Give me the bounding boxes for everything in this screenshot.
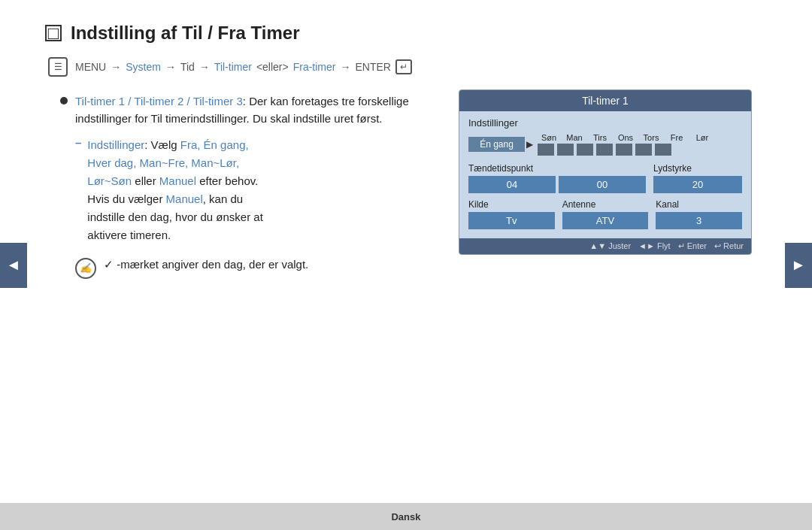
dash-item: – Indstillinger: Vælg Fra, Én gang,Hver …	[75, 136, 436, 244]
bullet-title-text: Til-timer 1 / Til-timer 2 / Til-timer 3:…	[75, 93, 436, 127]
sq-tors[interactable]	[616, 144, 632, 156]
sq-man[interactable]	[557, 144, 574, 156]
kanal-val[interactable]: 3	[656, 212, 742, 229]
day-tirs: Tirs	[589, 133, 611, 142]
bullet-item: Til-timer 1 / Til-timer 2 / Til-timer 3:…	[60, 93, 436, 127]
arrow2: →	[165, 61, 176, 73]
arrow1: →	[111, 61, 121, 73]
system-link[interactable]: System	[126, 61, 161, 73]
day-lor: Lør	[691, 133, 714, 142]
kilde-row: Kilde Tv Antenne ATV Kanal 3	[468, 199, 742, 229]
days-squares	[538, 144, 714, 156]
timer-title: Til-timer 1	[582, 95, 629, 107]
footer-flyt: ◄► Flyt	[638, 241, 671, 251]
day-ons: Ons	[614, 133, 637, 142]
time-hour[interactable]: 04	[468, 176, 556, 193]
kanal-col: Kanal 3	[656, 199, 742, 229]
indstillinger-label-text: Indstillinger	[468, 117, 518, 129]
tid-link: Tid	[180, 61, 195, 73]
fra-timer-link[interactable]: Fra-timer	[293, 61, 336, 73]
eller-text: <eller>	[256, 61, 289, 73]
day-son: Søn	[538, 133, 560, 142]
nav-arrow-right[interactable]: ►	[785, 243, 812, 288]
timer-body: Indstillinger Én gang ▶ Søn Ma	[459, 111, 751, 238]
lydstyrke-val[interactable]: 20	[653, 176, 742, 193]
manuel-option2: Manuel	[166, 192, 203, 205]
enter-label: ENTER	[355, 61, 390, 73]
days-labels: Søn Man Tirs Ons Tors Fre Lør	[538, 133, 714, 142]
content-area: Til-timer 1 / Til-timer 2 / Til-timer 3:…	[60, 93, 767, 279]
day-man: Man	[563, 133, 586, 142]
kilde-col: Kilde Tv	[468, 199, 555, 229]
timer-panel: Til-timer 1 Indstillinger Én gang	[459, 89, 752, 255]
full-days-row: Én gang ▶ Søn Man Tirs Ons Tors Fre Lør	[468, 133, 742, 156]
sub-bullet: – Indstillinger: Vælg Fra, Én gang,Hver …	[75, 136, 436, 244]
time-values: 04 00	[468, 176, 646, 193]
timer-header: Til-timer 1	[459, 90, 751, 111]
page-title: Indstilling af Til / Fra Timer	[71, 23, 300, 44]
bullet-dot	[60, 97, 68, 104]
note-box: ✍ ✓ -mærket angiver den dag, der er valg…	[75, 258, 436, 279]
footer-enter: ↵ Enter	[678, 241, 707, 251]
lydstyrke-col: Lydstyrke 20	[653, 163, 742, 193]
sq-lor[interactable]	[655, 144, 671, 156]
main-content: □ Indstilling af Til / Fra Timer ☰ MENU …	[0, 0, 812, 294]
day-fre: Fre	[665, 133, 688, 142]
sq-fre[interactable]	[635, 144, 652, 156]
left-arrow-icon: ◄	[6, 256, 21, 274]
indstillinger-row: Indstillinger	[468, 117, 742, 129]
menu-label: MENU	[75, 61, 106, 73]
arrow-small: ▶	[526, 139, 533, 150]
menu-icon: ☰	[48, 57, 68, 77]
antenne-val[interactable]: ATV	[562, 212, 649, 229]
note-icon: ✍	[75, 258, 96, 279]
nav-arrow-left[interactable]: ◄	[0, 243, 27, 288]
checkbox-icon: □	[45, 25, 62, 41]
schedule-value: Én gang	[480, 139, 514, 150]
indstillinger-row-label: Indstillinger	[468, 117, 536, 129]
lydstyrke-label: Lydstyrke	[653, 163, 742, 174]
til-timer-link[interactable]: Til-timer	[214, 61, 252, 73]
footer-retur: ↩ Retur	[714, 241, 744, 251]
menu-path: ☰ MENU → System → Tid → Til-timer <eller…	[48, 57, 767, 77]
bottom-bar: Dansk	[0, 503, 812, 530]
indstillinger-label: Indstillinger	[87, 138, 144, 151]
note-text: ✓ -mærket angiver den dag, der er valgt.	[104, 258, 308, 271]
kilde-label: Kilde	[468, 199, 555, 210]
text-section: Til-timer 1 / Til-timer 2 / Til-timer 3:…	[60, 93, 436, 279]
time-min[interactable]: 00	[559, 176, 646, 193]
enter-icon: ↵	[395, 59, 412, 74]
sq-ons[interactable]	[596, 144, 613, 156]
antenne-col: Antenne ATV	[562, 199, 649, 229]
taendet-label: Tændetidspunkt	[468, 163, 646, 174]
dash-text: Indstillinger: Vælg Fra, Én gang,Hver da…	[87, 136, 262, 244]
footer-juster: ▲▼ Juster	[589, 241, 631, 251]
arrow3: →	[199, 61, 210, 73]
kilde-val[interactable]: Tv	[468, 212, 555, 229]
page-title-row: □ Indstilling af Til / Fra Timer	[45, 23, 767, 44]
kanal-label: Kanal	[656, 199, 742, 210]
arrow4: →	[340, 61, 350, 73]
bullet-title-blue: Til-timer 1 / Til-timer 2 / Til-timer 3	[75, 95, 243, 108]
timer-footer: ▲▼ Juster ◄► Flyt ↵ Enter ↩ Retur	[459, 238, 751, 254]
sq-tirs[interactable]	[577, 144, 593, 156]
manuel-option1: Manuel	[159, 174, 196, 187]
language-label: Dansk	[391, 511, 420, 522]
taendet-row: Tændetidspunkt 04 00 Lydstyrke 20	[468, 163, 742, 193]
dash-symbol: –	[75, 136, 81, 244]
taendet-col: Tændetidspunkt 04 00	[468, 163, 646, 193]
sq-son[interactable]	[538, 144, 554, 156]
days-column: Søn Man Tirs Ons Tors Fre Lør	[538, 133, 714, 156]
right-arrow-icon: ►	[791, 256, 806, 274]
antenne-label: Antenne	[562, 199, 649, 210]
day-tors: Tors	[640, 133, 662, 142]
schedule-select[interactable]: Én gang	[468, 137, 525, 152]
